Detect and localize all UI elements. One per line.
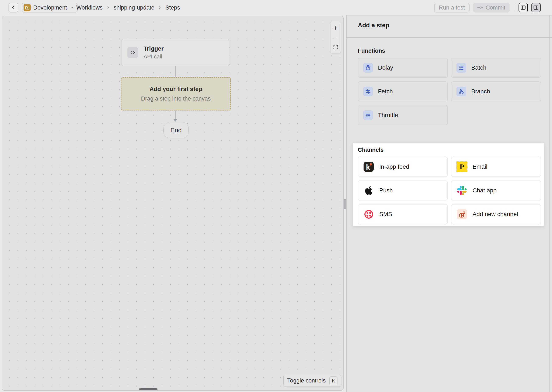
channel-card-push[interactable]: Push — [358, 181, 448, 200]
channel-card-label: Email — [472, 163, 487, 170]
postmark-icon: P — [456, 161, 467, 172]
breadcrumb-separator-icon — [158, 6, 162, 10]
channel-card-label: Add new channel — [472, 211, 518, 217]
channel-card-chat-app[interactable]: Chat app — [451, 181, 541, 200]
channel-card-add-new[interactable]: Add new channel — [451, 204, 541, 224]
function-card-label: Delay — [378, 64, 393, 71]
panel-divider — [347, 37, 552, 38]
channel-card-label: In-app feed — [379, 163, 409, 170]
environment-switcher[interactable]: Development — [22, 3, 78, 13]
trigger-node[interactable]: Trigger API call — [121, 39, 229, 66]
toolbar-divider — [514, 4, 514, 11]
run-test-button[interactable]: Run a test — [434, 3, 470, 13]
function-card-label: Batch — [471, 64, 487, 71]
channels-heading: Channels — [358, 147, 384, 153]
edge-arrowhead — [174, 119, 177, 122]
trigger-node-title: Trigger — [144, 45, 164, 52]
keyboard-shortcut-badge: K — [329, 376, 337, 385]
breadcrumb-workflow-name[interactable]: shipping-update — [114, 4, 154, 11]
function-card-delay[interactable]: Delay — [358, 58, 448, 78]
breadcrumb: Workflows shipping-update Steps — [76, 0, 180, 15]
top-bar-actions: Run a test Commit — [434, 3, 541, 13]
functions-heading: Functions — [358, 48, 385, 54]
toggle-left-panel-button[interactable] — [518, 3, 528, 12]
function-card-throttle[interactable]: Throttle — [358, 105, 448, 125]
back-button[interactable] — [8, 3, 18, 13]
workflow-builder-app: Development Workflows shipping-update St… — [0, 0, 552, 392]
breadcrumb-workflows[interactable]: Workflows — [76, 4, 103, 11]
function-card-label: Branch — [471, 88, 490, 95]
breadcrumb-separator-icon — [106, 6, 110, 10]
function-card-fetch[interactable]: Fetch — [358, 82, 448, 101]
fetch-icon — [363, 87, 373, 96]
panel-left-icon — [520, 5, 526, 11]
knock-icon: k — [363, 161, 374, 172]
commit-button[interactable]: Commit — [473, 3, 510, 13]
zoom-in-button[interactable]: + — [334, 24, 338, 32]
breadcrumb-current-page: Steps — [165, 4, 180, 11]
chevron-down-icon — [70, 5, 74, 10]
panel-scroll-gutter — [549, 15, 550, 392]
panel-title: Add a step — [358, 22, 389, 29]
toggle-controls-button[interactable]: Toggle controls K — [283, 375, 341, 387]
canvas-zoom-controls: + − — [330, 21, 341, 53]
channel-card-email[interactable]: P Email — [451, 157, 541, 177]
panel-right-icon — [533, 5, 539, 11]
slack-icon — [456, 185, 467, 196]
apple-icon — [363, 185, 374, 196]
branch-icon — [456, 87, 466, 96]
knock-dot-icon — [370, 163, 372, 166]
end-node[interactable]: End — [163, 122, 189, 138]
add-channel-icon — [456, 209, 467, 220]
channel-card-label: Push — [379, 187, 393, 194]
trigger-node-subtitle: API call — [144, 53, 164, 60]
dropzone-title: Add your first step — [149, 86, 202, 92]
twilio-icon — [363, 209, 374, 220]
environment-label: Development — [33, 4, 67, 11]
channel-card-sms[interactable]: SMS — [358, 204, 448, 224]
workflow-canvas[interactable]: Trigger API call Add your first step Dra… — [2, 16, 344, 391]
delay-icon — [363, 63, 373, 73]
channel-card-in-app-feed[interactable]: k In-app feed — [358, 157, 448, 177]
function-card-label: Throttle — [378, 112, 398, 119]
channel-card-label: SMS — [379, 211, 392, 217]
channels-section: Channels k In-app feed P Email — [353, 143, 544, 226]
chevron-left-icon — [11, 5, 16, 10]
top-bar: Development Workflows shipping-update St… — [0, 0, 552, 15]
code-brackets-icon — [127, 47, 138, 58]
channel-card-label: Chat app — [472, 187, 497, 194]
dropzone-subtitle: Drag a step into the canvas — [141, 95, 211, 102]
environment-folder-icon — [23, 4, 31, 11]
throttle-icon — [363, 110, 373, 120]
zoom-out-button[interactable]: − — [334, 34, 338, 42]
toggle-right-panel-button[interactable] — [531, 3, 541, 12]
end-node-label: End — [170, 126, 182, 134]
commit-label: Commit — [486, 4, 505, 11]
add-step-panel: Add a step Functions Delay Batch — [346, 15, 552, 392]
fullscreen-icon — [333, 44, 339, 50]
batch-icon — [456, 63, 466, 73]
function-card-batch[interactable]: Batch — [451, 58, 541, 78]
fit-view-button[interactable] — [333, 44, 339, 50]
horizontal-scrollbar-thumb[interactable] — [139, 388, 158, 390]
edge-placeholder-to-end — [175, 111, 175, 120]
add-first-step-dropzone[interactable]: Add your first step Drag a step into the… — [121, 77, 231, 111]
vertical-scrollbar-thumb[interactable] — [344, 199, 346, 209]
toggle-controls-label: Toggle controls — [287, 377, 326, 384]
function-card-label: Fetch — [378, 88, 393, 95]
function-card-branch[interactable]: Branch — [451, 82, 541, 101]
edge-trigger-to-placeholder — [175, 66, 175, 77]
commit-icon — [477, 6, 484, 9]
